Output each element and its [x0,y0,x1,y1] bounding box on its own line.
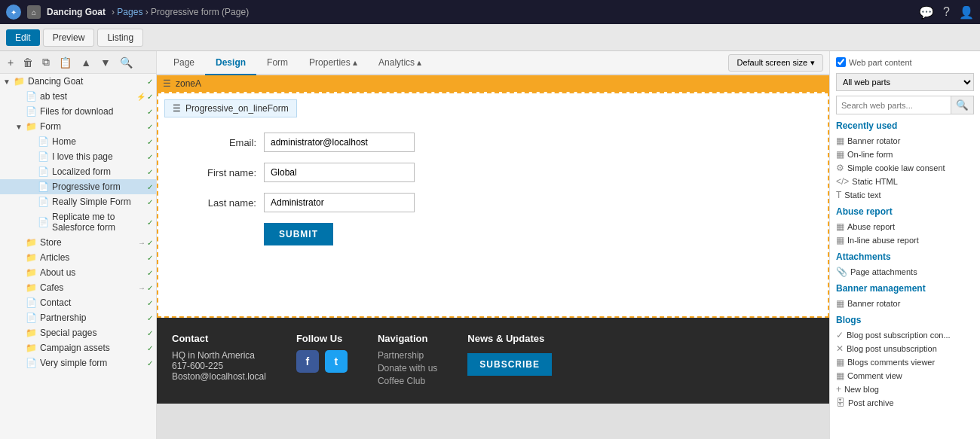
webpart-blog-subscription[interactable]: ✓ Blog post subscription con... [836,328,974,342]
tab-analytics[interactable]: Analytics ▴ [368,51,432,75]
footer-nav-partnership[interactable]: Partnership [378,350,437,361]
webpart-static-text[interactable]: T Static text [836,188,974,202]
sidebar-copy-button[interactable]: ⧉ [39,54,53,70]
sidebar-item-progressive-form[interactable]: 📄 Progressive form ✓ [0,179,156,194]
tab-page[interactable]: Page [163,51,205,75]
sidebar-item-replicate[interactable]: 📄 Replicate me to Salesforce form ✓ [0,209,156,235]
sidebar-item-label: Contact [40,297,145,308]
webpart-label: Comment view [847,371,902,380]
webpart-abuse-report[interactable]: ▦ Abuse report [836,220,974,233]
sidebar-item-i-love-this[interactable]: 📄 I love this page ✓ [0,149,156,164]
status-badge: ✓ [147,93,153,101]
twitter-icon[interactable]: t [325,350,348,373]
sidebar-item-label: Form [40,121,145,132]
sidebar-item-very-simple[interactable]: 📄 Very simple form ✓ [0,355,156,370]
footer-nav-coffee[interactable]: Coffee Club [378,376,437,386]
email-label: Email: [188,137,256,148]
page-icon: 📄 [38,217,49,227]
webpart-label: In-line abuse report [847,236,919,245]
sidebar-item-files[interactable]: 📄 Files for download ✓ [0,104,156,119]
webpart-label: Blog post subscription con... [847,331,951,340]
page-icon: 📄 [26,91,37,102]
screen-size-button[interactable]: Default screen size ▾ [728,54,823,72]
status-badge: ✓ [147,299,153,307]
sidebar-item-partnership[interactable]: 📄 Partnership ✓ [0,310,156,325]
firstname-input[interactable] [264,163,415,182]
sidebar-item-localized[interactable]: 📄 Localized form ✓ [0,164,156,179]
sidebar-search-button[interactable]: 🔍 [117,55,136,70]
webpart-page-attachments[interactable]: 📎 Page attachments [836,265,974,279]
webpart-static-html[interactable]: </> Static HTML [836,175,974,188]
sidebar-item-really-simple[interactable]: 📄 Really Simple Form ✓ [0,194,156,209]
webpart-comment-view[interactable]: ▦ Comment view [836,369,974,383]
firstname-label: First name: [188,167,256,178]
webpart-inline-abuse[interactable]: ▦ In-line abuse report [836,233,974,247]
sidebar-item-home[interactable]: 📄 Home ✓ [0,134,156,149]
lastname-label: Last name: [188,197,256,209]
page-icon: 📄 [38,181,49,192]
preview-button[interactable]: Preview [43,29,95,47]
sidebar-toolbar: + 🗑 ⧉ 📋 ▲ ▼ 🔍 [0,51,156,74]
sidebar-paste-button[interactable]: 📋 [56,55,75,70]
sidebar-item-about-us[interactable]: 📁 About us ✓ [0,265,156,280]
sidebar-item-campaign[interactable]: 📁 Campaign assets ✓ [0,340,156,355]
submit-button[interactable]: SUBMIT [264,223,333,245]
sidebar-item-contact[interactable]: 📄 Contact ✓ [0,295,156,310]
tab-form[interactable]: Form [256,51,299,75]
breadcrumb-pages[interactable]: Pages [117,7,142,17]
listing-button[interactable]: Listing [97,29,143,47]
status-badge: ✓ [147,218,153,227]
sidebar-item-articles[interactable]: 📁 Articles ✓ [0,250,156,265]
webpart-blogs-comments[interactable]: ▦ Blogs comments viewer [836,355,974,369]
lastname-input[interactable] [264,193,415,212]
widget-header[interactable]: ☰ Progressive_on_lineForm [164,99,297,117]
sidebar-item-dancing-goat[interactable]: ▼ 📁 Dancing Goat ✓ [0,74,156,89]
widget-move-icon: ☰ [173,103,181,114]
user-icon[interactable]: 👤 [959,5,974,20]
webpart-banner-rotator-1[interactable]: ▦ Banner rotator [836,134,974,148]
sidebar-item-store[interactable]: 📁 Store → ✓ [0,235,156,250]
email-input[interactable] [264,133,415,152]
footer-hq: HQ in North America [172,350,266,361]
sidebar-add-button[interactable]: + [5,55,17,70]
banner-management-title: Banner management [836,283,974,294]
footer-navigation: Navigation Partnership Donate with us Co… [378,333,437,389]
webpart-content-checkbox[interactable] [836,57,846,67]
sidebar-item-cafes[interactable]: 📁 Cafes → ✓ [0,280,156,295]
tab-properties[interactable]: Properties ▴ [299,51,368,75]
breadcrumb: › Pages › Progressive form (Page) [112,7,249,17]
tab-design[interactable]: Design [205,51,256,75]
folder-icon: 📁 [26,267,37,278]
help-icon[interactable]: ? [943,5,950,19]
webpart-blog-unsubscription[interactable]: ✕ Blog post unsubscription [836,342,974,355]
social-icons: f t [296,350,348,373]
sidebar-item-ab-test[interactable]: 📄 ab test ⚡ ✓ [0,89,156,104]
facebook-icon[interactable]: f [296,350,319,373]
webpart-cookie-consent[interactable]: ⚙ Simple cookie law consent [836,161,974,175]
sidebar-item-special[interactable]: 📁 Special pages ✓ [0,325,156,340]
webpart-banner-rotator-2[interactable]: ▦ Banner rotator [836,297,974,310]
sidebar-item-label: Really Simple Form [52,197,145,207]
webpart-online-form[interactable]: ▦ On-line form [836,148,974,161]
subscribe-button[interactable]: SUBSCRIBE [467,353,552,376]
sidebar-item-form[interactable]: ▼ 📁 Form ✓ [0,119,156,134]
footer-nav-donate[interactable]: Donate with us [378,363,437,373]
webparts-dropdown[interactable]: All web parts [836,73,974,91]
webpart-label: Banner rotator [847,299,900,308]
webpart-post-archive[interactable]: 🗄 Post archive [836,396,974,410]
home-icon[interactable]: ⌂ [27,5,41,19]
page-icon: 📄 [26,312,37,323]
status-badge: ✓ [147,138,153,146]
status-badge: ✓ [147,183,153,191]
status-badge: ✓ [147,254,153,262]
sidebar-down-button[interactable]: ▼ [97,55,114,70]
search-input[interactable] [836,96,951,114]
sidebar-up-button[interactable]: ▲ [78,55,94,70]
sidebar-item-label: Localized form [52,166,145,177]
chat-icon[interactable]: 💬 [919,5,934,20]
sidebar-delete-button[interactable]: 🗑 [20,55,36,70]
search-button[interactable]: 🔍 [951,96,974,114]
zone-move-icon[interactable]: ☰ [163,78,171,89]
edit-button[interactable]: Edit [6,29,40,46]
webpart-new-blog[interactable]: + New blog [836,383,974,396]
